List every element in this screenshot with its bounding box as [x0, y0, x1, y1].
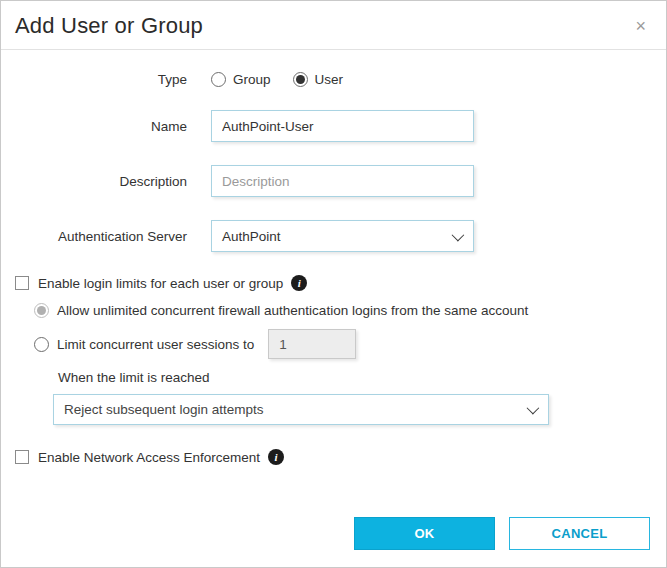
when-limit-reached-label: When the limit is reached: [58, 370, 666, 385]
login-limits-section: Enable login limits for each user or gro…: [1, 275, 666, 425]
form-area: Type Group User Name Description Authent…: [1, 50, 666, 465]
auth-server-row: Authentication Server AuthPoint: [1, 220, 666, 252]
close-icon[interactable]: ×: [629, 13, 652, 39]
limit-action-select[interactable]: Reject subsequent login attempts: [53, 394, 549, 425]
auth-server-label: Authentication Server: [1, 229, 211, 244]
info-icon[interactable]: i: [291, 275, 307, 291]
radio-checked-icon[interactable]: [293, 72, 308, 87]
chevron-down-icon: [452, 228, 465, 241]
unlimited-logins-label: Allow unlimited concurrent firewall auth…: [57, 303, 528, 318]
session-limit-input[interactable]: [268, 329, 356, 359]
description-row: Description: [1, 165, 666, 197]
name-input[interactable]: [211, 110, 474, 142]
limit-action-selected-value: Reject subsequent login attempts: [64, 402, 264, 417]
auth-server-selected-value: AuthPoint: [222, 229, 281, 244]
page-title: Add User or Group: [15, 13, 203, 39]
limit-sessions-option[interactable]: Limit concurrent user sessions to: [34, 329, 666, 359]
nae-checkbox-label: Enable Network Access Enforcement: [38, 450, 260, 465]
type-option-label: Group: [233, 72, 271, 87]
login-limits-checkbox-label: Enable login limits for each user or gro…: [38, 276, 283, 291]
type-radio-user-option[interactable]: User: [293, 72, 344, 87]
chevron-down-icon: [527, 402, 540, 415]
description-label: Description: [1, 174, 211, 189]
description-input[interactable]: [211, 165, 474, 197]
dialog-footer: OK CANCEL: [354, 517, 650, 550]
enable-login-limits-row: Enable login limits for each user or gro…: [15, 275, 666, 291]
unlimited-logins-option[interactable]: Allow unlimited concurrent firewall auth…: [34, 303, 666, 318]
type-label: Type: [1, 72, 211, 87]
cancel-button[interactable]: CANCEL: [509, 517, 650, 550]
add-user-or-group-dialog: Add User or Group × Type Group User Name…: [0, 0, 667, 568]
ok-button[interactable]: OK: [354, 517, 495, 550]
dialog-header: Add User or Group ×: [1, 1, 666, 50]
type-row: Type Group User: [1, 72, 666, 87]
enable-nae-row: Enable Network Access Enforcement i: [1, 449, 666, 465]
limit-sessions-label: Limit concurrent user sessions to: [57, 337, 254, 352]
type-radio-group: Group User: [211, 72, 343, 87]
info-icon[interactable]: i: [268, 449, 284, 465]
name-row: Name: [1, 110, 666, 142]
auth-server-select[interactable]: AuthPoint: [211, 220, 474, 252]
name-label: Name: [1, 119, 211, 134]
login-limits-checkbox[interactable]: [15, 276, 29, 290]
radio-disabled-checked-icon[interactable]: [34, 303, 49, 318]
type-radio-group-option[interactable]: Group: [211, 72, 271, 87]
radio-unchecked-icon[interactable]: [34, 337, 49, 352]
type-option-label: User: [315, 72, 344, 87]
radio-unchecked-icon[interactable]: [211, 72, 226, 87]
nae-checkbox[interactable]: [15, 450, 29, 464]
